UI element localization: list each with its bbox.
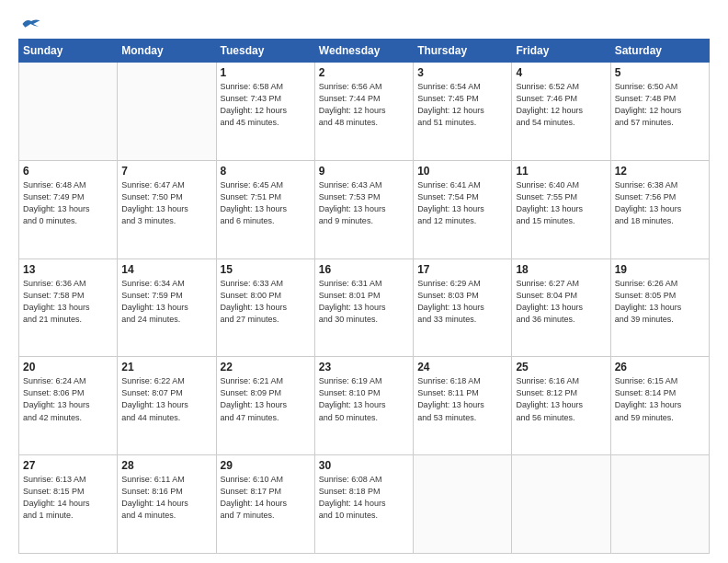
- day-info: Sunrise: 6:34 AM Sunset: 7:59 PM Dayligh…: [121, 278, 211, 326]
- day-number: 20: [23, 361, 113, 373]
- calendar-header-tuesday: Tuesday: [216, 40, 314, 63]
- calendar-cell: 24Sunrise: 6:18 AM Sunset: 8:11 PM Dayli…: [414, 357, 512, 455]
- day-info: Sunrise: 6:50 AM Sunset: 7:48 PM Dayligh…: [615, 81, 705, 129]
- day-number: 26: [615, 361, 705, 373]
- day-info: Sunrise: 6:29 AM Sunset: 8:03 PM Dayligh…: [417, 278, 507, 326]
- calendar-cell: 7Sunrise: 6:47 AM Sunset: 7:50 PM Daylig…: [118, 160, 216, 259]
- day-number: 15: [221, 263, 311, 276]
- calendar-cell: 18Sunrise: 6:27 AM Sunset: 8:04 PM Dayli…: [512, 259, 610, 357]
- day-info: Sunrise: 6:54 AM Sunset: 7:45 PM Dayligh…: [417, 81, 507, 129]
- logo-name: [18, 17, 41, 31]
- calendar-cell: 20Sunrise: 6:24 AM Sunset: 8:06 PM Dayli…: [19, 357, 118, 455]
- calendar-table: SundayMondayTuesdayWednesdayThursdayFrid…: [18, 39, 710, 554]
- day-number: 19: [615, 263, 705, 276]
- calendar-week-5: 27Sunrise: 6:13 AM Sunset: 8:15 PM Dayli…: [19, 455, 710, 554]
- day-number: 24: [417, 361, 507, 373]
- calendar-cell: [512, 455, 610, 554]
- day-info: Sunrise: 6:45 AM Sunset: 7:51 PM Dayligh…: [221, 179, 311, 227]
- calendar-cell: [118, 63, 216, 161]
- day-info: Sunrise: 6:24 AM Sunset: 8:06 PM Dayligh…: [23, 375, 113, 423]
- day-info: Sunrise: 6:56 AM Sunset: 7:44 PM Dayligh…: [319, 81, 409, 129]
- day-info: Sunrise: 6:26 AM Sunset: 8:05 PM Dayligh…: [615, 278, 705, 326]
- logo-bird-icon: [21, 17, 41, 31]
- calendar-header-friday: Friday: [512, 40, 610, 63]
- day-number: 4: [516, 66, 606, 79]
- calendar-cell: 14Sunrise: 6:34 AM Sunset: 7:59 PM Dayli…: [118, 259, 216, 357]
- day-number: 28: [121, 459, 211, 472]
- header: [18, 17, 710, 31]
- day-info: Sunrise: 6:48 AM Sunset: 7:49 PM Dayligh…: [23, 179, 113, 227]
- logo: [18, 17, 41, 31]
- calendar-cell: 13Sunrise: 6:36 AM Sunset: 7:58 PM Dayli…: [19, 259, 118, 357]
- calendar-cell: 1Sunrise: 6:58 AM Sunset: 7:43 PM Daylig…: [216, 63, 314, 161]
- day-number: 2: [319, 66, 409, 79]
- calendar-cell: [610, 455, 709, 554]
- day-info: Sunrise: 6:38 AM Sunset: 7:56 PM Dayligh…: [615, 179, 705, 227]
- calendar-cell: 27Sunrise: 6:13 AM Sunset: 8:15 PM Dayli…: [19, 455, 118, 554]
- day-number: 7: [121, 165, 211, 178]
- calendar-cell: 17Sunrise: 6:29 AM Sunset: 8:03 PM Dayli…: [414, 259, 512, 357]
- calendar-cell: 3Sunrise: 6:54 AM Sunset: 7:45 PM Daylig…: [414, 63, 512, 161]
- day-info: Sunrise: 6:52 AM Sunset: 7:46 PM Dayligh…: [516, 81, 606, 129]
- calendar-week-2: 6Sunrise: 6:48 AM Sunset: 7:49 PM Daylig…: [19, 160, 710, 259]
- day-info: Sunrise: 6:19 AM Sunset: 8:10 PM Dayligh…: [319, 375, 409, 423]
- calendar-cell: 15Sunrise: 6:33 AM Sunset: 8:00 PM Dayli…: [216, 259, 314, 357]
- day-number: 16: [319, 263, 409, 276]
- calendar-cell: 8Sunrise: 6:45 AM Sunset: 7:51 PM Daylig…: [216, 160, 314, 259]
- day-info: Sunrise: 6:18 AM Sunset: 8:11 PM Dayligh…: [417, 375, 507, 423]
- calendar-cell: [19, 63, 118, 161]
- day-number: 17: [417, 263, 507, 276]
- calendar-cell: 28Sunrise: 6:11 AM Sunset: 8:16 PM Dayli…: [118, 455, 216, 554]
- day-info: Sunrise: 6:41 AM Sunset: 7:54 PM Dayligh…: [417, 179, 507, 227]
- day-number: 10: [417, 165, 507, 178]
- calendar-cell: 12Sunrise: 6:38 AM Sunset: 7:56 PM Dayli…: [610, 160, 709, 259]
- calendar-header-monday: Monday: [118, 40, 216, 63]
- calendar-cell: [414, 455, 512, 554]
- day-number: 3: [417, 66, 507, 79]
- calendar-week-1: 1Sunrise: 6:58 AM Sunset: 7:43 PM Daylig…: [19, 63, 710, 161]
- calendar-cell: 26Sunrise: 6:15 AM Sunset: 8:14 PM Dayli…: [610, 357, 709, 455]
- day-number: 22: [221, 361, 311, 373]
- day-info: Sunrise: 6:43 AM Sunset: 7:53 PM Dayligh…: [319, 179, 409, 227]
- day-number: 6: [23, 165, 113, 178]
- day-number: 21: [121, 361, 211, 373]
- calendar-cell: 11Sunrise: 6:40 AM Sunset: 7:55 PM Dayli…: [512, 160, 610, 259]
- day-info: Sunrise: 6:58 AM Sunset: 7:43 PM Dayligh…: [221, 81, 311, 129]
- day-info: Sunrise: 6:10 AM Sunset: 8:17 PM Dayligh…: [221, 474, 311, 522]
- calendar-cell: 2Sunrise: 6:56 AM Sunset: 7:44 PM Daylig…: [314, 63, 413, 161]
- day-info: Sunrise: 6:16 AM Sunset: 8:12 PM Dayligh…: [516, 375, 606, 423]
- day-number: 12: [615, 165, 705, 178]
- day-number: 27: [23, 459, 113, 472]
- calendar-cell: 5Sunrise: 6:50 AM Sunset: 7:48 PM Daylig…: [610, 63, 709, 161]
- day-number: 5: [615, 66, 705, 79]
- calendar-header-sunday: Sunday: [19, 40, 118, 63]
- day-number: 14: [121, 263, 211, 276]
- calendar-cell: 9Sunrise: 6:43 AM Sunset: 7:53 PM Daylig…: [314, 160, 413, 259]
- calendar-cell: 29Sunrise: 6:10 AM Sunset: 8:17 PM Dayli…: [216, 455, 314, 554]
- day-info: Sunrise: 6:40 AM Sunset: 7:55 PM Dayligh…: [516, 179, 606, 227]
- page: SundayMondayTuesdayWednesdayThursdayFrid…: [0, 0, 728, 563]
- day-info: Sunrise: 6:08 AM Sunset: 8:18 PM Dayligh…: [319, 474, 409, 522]
- day-number: 18: [516, 263, 606, 276]
- day-info: Sunrise: 6:21 AM Sunset: 8:09 PM Dayligh…: [221, 375, 311, 423]
- day-info: Sunrise: 6:27 AM Sunset: 8:04 PM Dayligh…: [516, 278, 606, 326]
- day-info: Sunrise: 6:22 AM Sunset: 8:07 PM Dayligh…: [121, 375, 211, 423]
- day-number: 30: [319, 459, 409, 472]
- day-info: Sunrise: 6:36 AM Sunset: 7:58 PM Dayligh…: [23, 278, 113, 326]
- calendar-cell: 16Sunrise: 6:31 AM Sunset: 8:01 PM Dayli…: [314, 259, 413, 357]
- day-info: Sunrise: 6:11 AM Sunset: 8:16 PM Dayligh…: [121, 474, 211, 522]
- calendar-cell: 6Sunrise: 6:48 AM Sunset: 7:49 PM Daylig…: [19, 160, 118, 259]
- calendar-header-row: SundayMondayTuesdayWednesdayThursdayFrid…: [19, 40, 710, 63]
- day-info: Sunrise: 6:31 AM Sunset: 8:01 PM Dayligh…: [319, 278, 409, 326]
- day-number: 8: [221, 165, 311, 178]
- calendar-header-wednesday: Wednesday: [314, 40, 413, 63]
- calendar-week-4: 20Sunrise: 6:24 AM Sunset: 8:06 PM Dayli…: [19, 357, 710, 455]
- day-info: Sunrise: 6:47 AM Sunset: 7:50 PM Dayligh…: [121, 179, 211, 227]
- day-number: 11: [516, 165, 606, 178]
- day-number: 1: [221, 66, 311, 79]
- calendar-cell: 4Sunrise: 6:52 AM Sunset: 7:46 PM Daylig…: [512, 63, 610, 161]
- calendar-cell: 22Sunrise: 6:21 AM Sunset: 8:09 PM Dayli…: [216, 357, 314, 455]
- day-info: Sunrise: 6:13 AM Sunset: 8:15 PM Dayligh…: [23, 474, 113, 522]
- day-number: 13: [23, 263, 113, 276]
- day-number: 25: [516, 361, 606, 373]
